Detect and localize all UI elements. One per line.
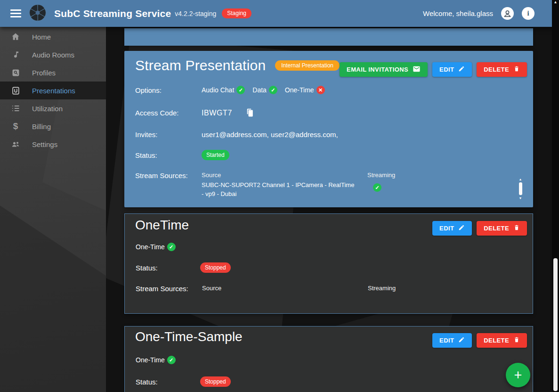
people-icon	[10, 139, 21, 150]
stream-sources-label: Stream Sources:	[136, 285, 202, 293]
welcome-text: Welcome, sheila.glass	[423, 9, 493, 17]
attachment-icon	[10, 85, 21, 96]
status-badge: Started	[202, 150, 229, 160]
card-actions: EMAIL INVITATIONS EDIT DELETE	[340, 62, 527, 77]
one-time-flag: One-Time ✓	[136, 243, 176, 251]
invites-value: user1@address.com, user2@address.com,	[202, 131, 338, 139]
app-title: SubC Streaming Service	[54, 8, 171, 19]
status-label: Status:	[136, 378, 200, 386]
delete-trash-icon	[513, 336, 520, 344]
header-left: SubC Streaming Service v4.2.2-staging St…	[10, 4, 423, 24]
source-column-header: Source	[202, 285, 368, 293]
list-icon	[10, 103, 21, 114]
streaming-column-header: Streaming	[367, 172, 395, 179]
streaming-column-header: Streaming	[368, 285, 396, 293]
delete-trash-icon	[513, 65, 520, 74]
sidebar-item-label: Utilization	[32, 105, 63, 113]
delete-trash-icon	[513, 224, 520, 232]
option-audio-chat: Audio Chat ✓	[202, 86, 245, 94]
sidebar: Home Audio Rooms Profiles	[0, 27, 106, 392]
delete-button[interactable]: DELETE	[477, 221, 527, 236]
card-title: Stream Presentation	[135, 57, 266, 74]
app-header: SubC Streaming Service v4.2.2-staging St…	[0, 0, 559, 27]
access-code-row: Access Code: IBWGT7	[135, 108, 255, 118]
source-column-header: Source	[202, 172, 221, 179]
sidebar-item-presentations[interactable]: Presentations	[0, 82, 106, 99]
email-invitations-button[interactable]: EMAIL INVITATIONS	[340, 62, 428, 77]
scroll-up-icon[interactable]: ▲	[519, 178, 522, 181]
delete-button[interactable]: DELETE	[477, 333, 527, 348]
dollar-icon: $	[10, 121, 21, 132]
info-icon[interactable]: i	[522, 7, 535, 20]
sidebar-item-settings[interactable]: Settings	[0, 135, 106, 153]
edit-button[interactable]: EDIT	[432, 221, 472, 236]
edit-pencil-icon	[458, 65, 465, 74]
account-icon[interactable]	[501, 7, 514, 20]
card-title: OneTime	[135, 218, 189, 233]
check-icon: ✓	[373, 183, 381, 192]
internal-presentation-badge: Internal Presentation	[275, 60, 340, 71]
invites-label: Invites:	[135, 131, 202, 139]
check-icon: ✓	[269, 86, 277, 94]
access-code-value: IBWGT7	[202, 109, 232, 117]
sidebar-item-label: Audio Rooms	[32, 51, 74, 59]
sources-scrollbar[interactable]: ▲ ▼	[518, 178, 523, 200]
add-presentation-button[interactable]: +	[506, 363, 530, 387]
status-label: Status:	[135, 151, 202, 159]
option-data: Data ✓	[252, 86, 277, 94]
presentation-card-stream: Stream Presentation Internal Presentatio…	[124, 51, 533, 207]
app-version: v4.2.2-staging	[175, 10, 216, 17]
stream-sources-label: Stream Sources:	[135, 172, 202, 180]
card-title: One-Time-Sample	[135, 329, 243, 344]
source-name: SUBC-NC-SUPORT2 Channel 1 - IPCamera - R…	[202, 181, 358, 199]
sidebar-item-home[interactable]: Home	[0, 28, 106, 46]
card-actions: EDIT DELETE	[432, 333, 527, 348]
status-row: Status: Stopped	[136, 262, 231, 273]
status-badge: Stopped	[200, 376, 231, 387]
delete-button[interactable]: DELETE	[477, 62, 527, 77]
status-badge: Stopped	[200, 262, 231, 273]
status-label: Status:	[136, 264, 200, 272]
status-row: Status: Stopped	[136, 376, 231, 387]
check-icon: ✓	[167, 356, 176, 364]
edit-pencil-icon	[458, 224, 465, 232]
sidebar-nav: Home Audio Rooms Profiles	[0, 27, 106, 153]
access-code-label: Access Code:	[135, 109, 202, 117]
sidebar-item-audio-rooms[interactable]: Audio Rooms	[0, 46, 106, 64]
header-right: Welcome, sheila.glass i	[423, 7, 535, 20]
presentation-card-onetime: OneTime EDIT DELETE One-Time ✓	[124, 213, 533, 314]
one-time-flag: One-Time ✓	[136, 356, 176, 364]
sidebar-item-label: Profiles	[32, 69, 56, 77]
check-icon: ✓	[236, 86, 245, 94]
image-search-icon	[10, 67, 21, 78]
staging-badge: Staging	[222, 8, 251, 19]
menu-icon[interactable]	[10, 9, 21, 17]
presentation-card-sample: One-Time-Sample EDIT DELETE One-Time	[124, 326, 533, 392]
sidebar-item-label: Billing	[32, 122, 51, 131]
previous-card-partial	[124, 28, 533, 46]
copy-icon[interactable]	[245, 108, 255, 118]
edit-button[interactable]: EDIT	[432, 333, 472, 348]
option-one-time: One-Time ✕	[285, 86, 325, 94]
scroll-up-icon[interactable]: ▲	[552, 0, 559, 4]
sources-scrollbar-thumb[interactable]	[519, 182, 522, 195]
sidebar-item-billing[interactable]: $ Billing	[0, 117, 106, 135]
sidebar-item-utilization[interactable]: Utilization	[0, 99, 106, 117]
page-scrollbar[interactable]: ▲	[552, 0, 559, 392]
sidebar-item-profiles[interactable]: Profiles	[0, 64, 106, 82]
options-label: Options:	[135, 86, 202, 94]
card-actions: EDIT DELETE	[432, 221, 527, 236]
page-scrollbar-thumb[interactable]	[553, 258, 558, 391]
email-icon	[413, 65, 421, 74]
scroll-down-icon[interactable]: ▼	[519, 196, 522, 200]
x-icon: ✕	[316, 86, 325, 94]
plus-icon: +	[514, 368, 522, 382]
app-root: SubC Streaming Service v4.2.2-staging St…	[0, 0, 559, 392]
card-title-row: Stream Presentation Internal Presentatio…	[135, 57, 340, 74]
sidebar-item-label: Presentations	[32, 87, 75, 95]
edit-button[interactable]: EDIT	[432, 62, 472, 77]
stream-sources-row: Stream Sources: Source SUBC-NC-SUPORT2 C…	[135, 172, 395, 199]
sidebar-item-label: Settings	[32, 140, 57, 148]
main-content: Stream Presentation Internal Presentatio…	[106, 27, 559, 392]
sidebar-item-label: Home	[32, 33, 51, 41]
